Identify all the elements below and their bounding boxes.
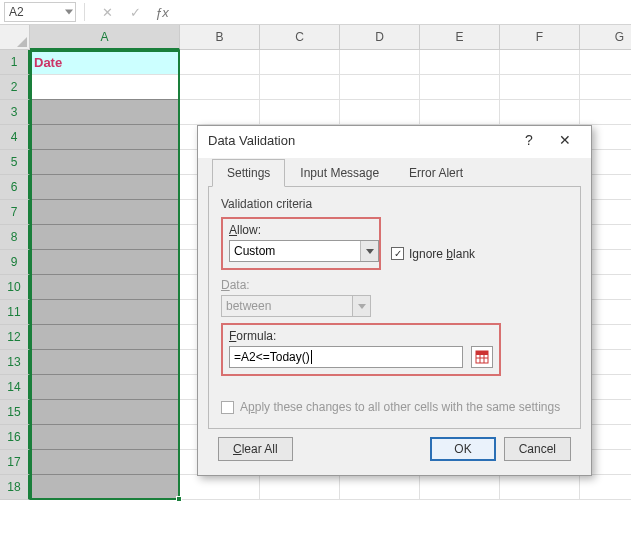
cell[interactable] [340,50,420,75]
column-header[interactable]: D [340,25,420,50]
cell[interactable] [420,475,500,500]
tab-settings[interactable]: Settings [212,159,285,187]
tab-label: Input Message [300,166,379,180]
cell[interactable] [30,300,180,325]
row-header[interactable]: 10 [0,275,30,300]
cell[interactable] [30,125,180,150]
row-header[interactable]: 11 [0,300,30,325]
cell[interactable] [30,225,180,250]
cell[interactable] [30,450,180,475]
cell[interactable] [420,50,500,75]
row-header[interactable]: 16 [0,425,30,450]
cell[interactable] [580,50,631,75]
cell[interactable] [30,100,180,125]
svg-rect-1 [476,351,488,355]
cell[interactable] [30,325,180,350]
formula-value: =A2<=Today() [234,350,312,364]
cell[interactable] [500,50,580,75]
cell[interactable] [340,100,420,125]
cell[interactable] [340,475,420,500]
cell-date-header[interactable]: Date [30,50,180,75]
dialog-title: Data Validation [208,133,511,148]
row-header[interactable]: 5 [0,150,30,175]
row-header[interactable]: 13 [0,350,30,375]
formula-label: Formula: [229,329,493,343]
row-header[interactable]: 14 [0,375,30,400]
range-selector-button[interactable] [471,346,493,368]
cell[interactable] [420,75,500,100]
column-header[interactable]: E [420,25,500,50]
column-header[interactable]: A [30,25,180,50]
cell[interactable] [30,250,180,275]
cell[interactable] [30,150,180,175]
cell[interactable] [30,425,180,450]
cell[interactable] [30,200,180,225]
row-header[interactable]: 6 [0,175,30,200]
row-header[interactable]: 12 [0,325,30,350]
tab-label: Settings [227,166,270,180]
cell[interactable] [580,75,631,100]
cell[interactable] [30,475,180,500]
cell[interactable] [340,75,420,100]
column-header[interactable]: C [260,25,340,50]
cell[interactable] [580,475,631,500]
button-label: OK [454,442,471,456]
cell[interactable] [260,100,340,125]
clear-all-button[interactable]: Clear All [218,437,293,461]
dialog-button-row: Clear All OK Cancel [208,429,581,463]
data-select: between [221,295,371,317]
row-header[interactable]: 2 [0,75,30,100]
data-validation-dialog: Data Validation ? ✕ Settings Input Messa… [197,125,592,476]
accept-formula-icon: ✓ [127,5,143,20]
allow-select[interactable]: Custom [229,240,379,262]
select-all-corner[interactable] [0,25,30,50]
name-box[interactable]: A2 [4,2,76,22]
cell[interactable] [180,50,260,75]
row-header[interactable]: 1 [0,50,30,75]
help-button[interactable]: ? [511,132,547,148]
row-header[interactable]: 3 [0,100,30,125]
cell[interactable] [30,275,180,300]
chevron-down-icon[interactable] [65,10,73,15]
ignore-blank-checkbox[interactable]: ✓ Ignore blank [391,247,475,261]
cell[interactable] [30,175,180,200]
cell[interactable] [260,75,340,100]
fx-icon[interactable]: ƒx [155,5,169,20]
cell[interactable] [260,50,340,75]
column-header[interactable]: G [580,25,631,50]
cell[interactable] [580,100,631,125]
dialog-titlebar[interactable]: Data Validation ? ✕ [198,126,591,158]
formula-input[interactable]: =A2<=Today() [229,346,463,368]
row-header[interactable]: 17 [0,450,30,475]
row-header[interactable]: 4 [0,125,30,150]
cell[interactable] [30,75,180,100]
formula-bar-input[interactable] [175,3,627,21]
cell[interactable] [420,100,500,125]
row-header[interactable]: 8 [0,225,30,250]
row-header[interactable]: 15 [0,400,30,425]
tab-error-alert[interactable]: Error Alert [394,159,478,187]
chevron-down-icon[interactable] [360,241,378,261]
section-title: Validation criteria [221,197,568,211]
row-header[interactable]: 7 [0,200,30,225]
cell[interactable] [260,475,340,500]
tab-input-message[interactable]: Input Message [285,159,394,187]
row-header[interactable]: 18 [0,475,30,500]
cell[interactable] [30,400,180,425]
column-header[interactable]: F [500,25,580,50]
row-header[interactable]: 9 [0,250,30,275]
cell[interactable] [180,100,260,125]
cell[interactable] [500,75,580,100]
data-value: between [226,299,271,313]
cell[interactable] [180,475,260,500]
cancel-button[interactable]: Cancel [504,437,571,461]
cell[interactable] [30,350,180,375]
column-header[interactable]: B [180,25,260,50]
tab-panel-settings: Validation criteria Allow: Custom ✓ Igno… [208,187,581,429]
ok-button[interactable]: OK [430,437,495,461]
cell[interactable] [30,375,180,400]
cell[interactable] [180,75,260,100]
cell[interactable] [500,475,580,500]
cell[interactable] [500,100,580,125]
close-button[interactable]: ✕ [547,132,583,148]
